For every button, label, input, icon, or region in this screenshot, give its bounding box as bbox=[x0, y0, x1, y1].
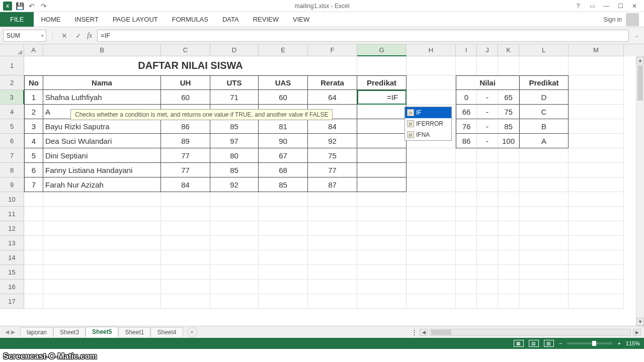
vertical-scrollbar[interactable]: ▲ ▼ bbox=[636, 56, 644, 326]
editing-cell[interactable]: =IF bbox=[357, 90, 407, 105]
cell[interactable] bbox=[519, 192, 569, 207]
hscroll-right-icon[interactable]: ▶ bbox=[633, 329, 641, 336]
zoom-slider[interactable] bbox=[567, 342, 612, 344]
cell-uas[interactable]: 60 bbox=[259, 90, 308, 105]
cell-no[interactable]: 5 bbox=[24, 148, 43, 163]
row-header-1[interactable]: 1 bbox=[0, 56, 24, 75]
cell-nama[interactable]: Dini Septiani bbox=[43, 148, 161, 163]
select-all-corner[interactable] bbox=[0, 44, 24, 56]
cell[interactable] bbox=[477, 294, 498, 309]
cell[interactable] bbox=[569, 207, 624, 221]
cell[interactable] bbox=[519, 265, 569, 280]
cell[interactable] bbox=[519, 163, 569, 177]
cell[interactable] bbox=[357, 280, 407, 294]
formula-input[interactable]: =IF bbox=[97, 30, 629, 42]
row-header-17[interactable]: 17 bbox=[0, 294, 24, 309]
cell[interactable] bbox=[407, 192, 456, 207]
lookup-hi[interactable]: 85 bbox=[498, 119, 519, 134]
lookup-hi[interactable]: 75 bbox=[498, 105, 519, 119]
cell[interactable] bbox=[407, 236, 456, 250]
lookup-lo[interactable]: 76 bbox=[456, 119, 477, 134]
title-cell[interactable]: DAFTAR NILAI SISWA bbox=[24, 56, 357, 75]
cell-rerata[interactable]: 84 bbox=[308, 119, 357, 134]
expand-formula-bar-icon[interactable]: ⌄ bbox=[632, 31, 641, 40]
enter-formula-button[interactable]: ✓ bbox=[73, 30, 84, 41]
cell[interactable] bbox=[43, 221, 161, 236]
cell-rerata[interactable]: 75 bbox=[308, 148, 357, 163]
cell[interactable] bbox=[210, 294, 259, 309]
save-icon[interactable]: 💾 bbox=[15, 2, 24, 11]
lookup-grade[interactable]: D bbox=[519, 90, 569, 105]
cell-uh[interactable]: 77 bbox=[161, 148, 210, 163]
lookup-dash[interactable]: - bbox=[477, 105, 498, 119]
cell[interactable] bbox=[357, 265, 407, 280]
cell[interactable] bbox=[407, 221, 456, 236]
lookup-lo[interactable]: 86 bbox=[456, 134, 477, 148]
cell[interactable] bbox=[477, 236, 498, 250]
cell[interactable] bbox=[498, 280, 519, 294]
header-uts[interactable]: UTS bbox=[210, 75, 259, 90]
cell[interactable] bbox=[569, 236, 624, 250]
row-header-12[interactable]: 12 bbox=[0, 221, 24, 236]
cell[interactable] bbox=[259, 207, 308, 221]
col-header-d[interactable]: D bbox=[210, 44, 259, 56]
cell[interactable] bbox=[519, 221, 569, 236]
tab-review[interactable]: REVIEW bbox=[246, 12, 286, 27]
cell[interactable] bbox=[569, 250, 624, 265]
cell[interactable] bbox=[357, 192, 407, 207]
cell-nama[interactable]: Fanny Listiana Handayani bbox=[43, 163, 161, 177]
cell-predikat[interactable] bbox=[357, 148, 407, 163]
cell[interactable] bbox=[161, 221, 210, 236]
col-header-b[interactable]: B bbox=[43, 44, 161, 56]
cell[interactable] bbox=[477, 148, 498, 163]
cell[interactable] bbox=[210, 280, 259, 294]
cell-uh[interactable]: 86 bbox=[161, 119, 210, 134]
cell[interactable] bbox=[569, 105, 624, 119]
cell[interactable] bbox=[259, 265, 308, 280]
scroll-thumb[interactable] bbox=[431, 330, 451, 335]
lookup-hi[interactable]: 65 bbox=[498, 90, 519, 105]
cell[interactable] bbox=[477, 163, 498, 177]
cell[interactable] bbox=[477, 280, 498, 294]
cell[interactable] bbox=[477, 192, 498, 207]
row-header-4[interactable]: 4 bbox=[0, 105, 24, 119]
cell[interactable] bbox=[498, 265, 519, 280]
lookup-lo[interactable]: 66 bbox=[456, 105, 477, 119]
cell-uh[interactable]: 77 bbox=[161, 163, 210, 177]
cell-no[interactable]: 2 bbox=[24, 105, 43, 119]
cell[interactable] bbox=[43, 280, 161, 294]
lookup-dash[interactable]: - bbox=[477, 134, 498, 148]
cell[interactable] bbox=[407, 265, 456, 280]
cell[interactable] bbox=[161, 250, 210, 265]
cell[interactable] bbox=[477, 265, 498, 280]
cell[interactable] bbox=[24, 221, 43, 236]
cell[interactable] bbox=[161, 265, 210, 280]
cell[interactable] bbox=[569, 192, 624, 207]
header-no[interactable]: No bbox=[24, 75, 43, 90]
minimize-button[interactable]: — bbox=[601, 2, 612, 11]
cell-uas[interactable]: 68 bbox=[259, 163, 308, 177]
cell[interactable] bbox=[308, 236, 357, 250]
autocomplete-item-if[interactable]: fxIF bbox=[405, 107, 451, 118]
cell[interactable] bbox=[407, 75, 456, 90]
header-predikat[interactable]: Predikat bbox=[357, 75, 407, 90]
cell-uas[interactable]: 81 bbox=[259, 119, 308, 134]
page-layout-view-icon[interactable]: ▤ bbox=[529, 340, 539, 347]
ribbon-options-icon[interactable]: ▭ bbox=[587, 2, 598, 11]
cell[interactable] bbox=[24, 236, 43, 250]
row-header-2[interactable]: 2 bbox=[0, 75, 24, 90]
cell-no[interactable]: 6 bbox=[24, 163, 43, 177]
cell[interactable] bbox=[456, 265, 477, 280]
cell[interactable] bbox=[43, 236, 161, 250]
scroll-thumb[interactable] bbox=[637, 65, 643, 101]
cell[interactable] bbox=[498, 192, 519, 207]
lookup-grade[interactable]: C bbox=[519, 105, 569, 119]
row-header-14[interactable]: 14 bbox=[0, 250, 24, 265]
cell[interactable] bbox=[569, 221, 624, 236]
cell-uh[interactable]: 89 bbox=[161, 134, 210, 148]
cell[interactable] bbox=[456, 294, 477, 309]
zoom-in-button[interactable]: + bbox=[617, 340, 620, 346]
sheet-nav-prev-icon[interactable]: ◀ bbox=[5, 329, 9, 335]
cell[interactable] bbox=[498, 207, 519, 221]
new-sheet-button[interactable]: + bbox=[187, 327, 197, 337]
